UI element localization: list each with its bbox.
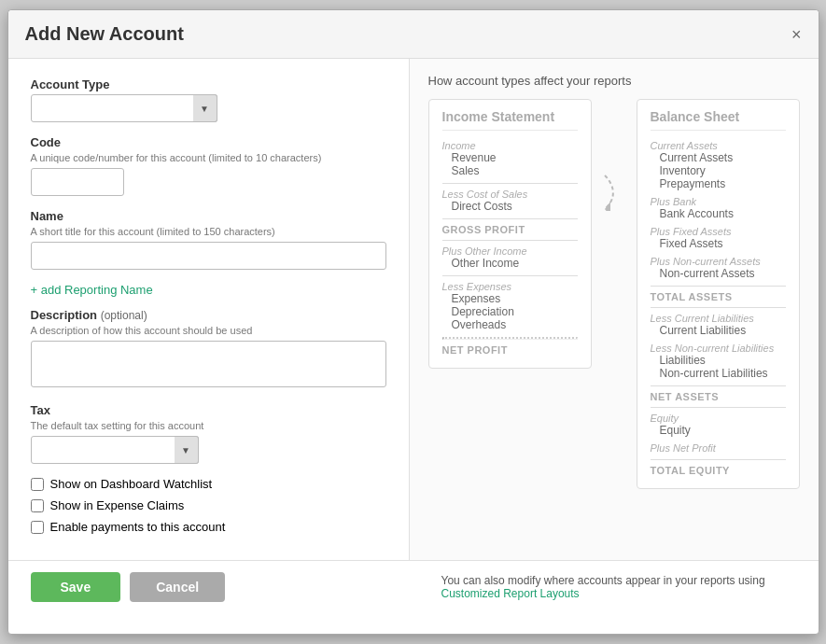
fixed-assets-item: Fixed Assets [651, 237, 786, 250]
account-type-select[interactable] [31, 94, 217, 122]
fixed-assets-label: Plus Fixed Assets [651, 226, 786, 237]
arrow-connector [603, 174, 625, 211]
description-input[interactable] [31, 341, 386, 387]
checkbox-expense: Show in Expense Claims [31, 498, 386, 512]
close-button[interactable]: × [791, 26, 802, 43]
checkbox-payments-label: Enable payments to this account [50, 520, 226, 534]
balance-sheet-title: Balance Sheet [651, 109, 786, 131]
checkbox-payments: Enable payments to this account [31, 520, 386, 534]
code-label: Code [31, 135, 386, 149]
checkbox-dashboard: Show on Dashboard Watchlist [31, 477, 386, 491]
bank-accounts-item: Bank Accounts [651, 207, 786, 220]
arrow-icon [603, 174, 625, 211]
footer-text: You can also modify where accounts appea… [432, 574, 796, 600]
bank-section: Plus Bank Bank Accounts [651, 196, 786, 220]
non-current-liabilities-item: Non-current Liabilities [651, 367, 786, 380]
code-input[interactable] [31, 168, 124, 196]
right-panel: How account types affect your reports In… [410, 59, 819, 560]
prepayments-item: Prepayments [651, 177, 786, 190]
income-label: Income [442, 140, 578, 151]
overheads-item: Overheads [442, 318, 578, 331]
account-type-group: Account Type ▼ [31, 77, 386, 122]
tax-select[interactable] [31, 436, 199, 464]
code-hint: A unique code/number for this account (l… [31, 152, 386, 163]
customized-report-layouts-link[interactable]: Customized Report Layouts [441, 587, 580, 600]
expenses-item: Expenses [442, 292, 578, 305]
net-profit-total: NET PROFIT [442, 344, 578, 356]
current-assets-label: Current Assets [651, 140, 786, 151]
equity-item: Equity [651, 424, 786, 437]
add-reporting-link[interactable]: + add Reporting Name [31, 283, 153, 297]
non-current-assets-section: Plus Non-current Assets Non-current Asse… [651, 256, 786, 280]
description-label: Description (optional) [31, 308, 386, 322]
less-expenses-section: Less Expenses Expenses Depreciation Over… [442, 281, 578, 331]
account-type-select-wrap[interactable]: ▼ [31, 94, 217, 122]
modal-title: Add New Account [25, 23, 184, 45]
checkbox-expense-label: Show in Expense Claims [50, 498, 185, 512]
left-panel: Account Type ▼ Code A unique code/number… [8, 59, 410, 560]
inventory-item: Inventory [651, 164, 786, 177]
name-input[interactable] [31, 242, 386, 270]
name-group: Name A short title for this account (lim… [31, 209, 386, 270]
net-profit-section: Plus Net Profit [651, 442, 786, 454]
other-income-section: Plus Other Income Other Income [442, 245, 578, 270]
bank-label: Plus Bank [651, 196, 786, 207]
footer-buttons: Save Cancel [31, 572, 432, 602]
current-liabilities-label: Less Current Liabilities [651, 313, 786, 324]
other-income-label: Plus Other Income [442, 245, 578, 257]
description-group: Description (optional) A description of … [31, 308, 386, 390]
checkbox-expense-input[interactable] [31, 499, 44, 512]
current-liabilities-item: Current Liabilities [651, 324, 786, 337]
non-current-assets-item: Non-current Assets [651, 267, 786, 280]
code-group: Code A unique code/number for this accou… [31, 135, 386, 196]
income-statement-column: Income Statement Income Revenue Sales Le… [428, 99, 592, 369]
less-expenses-label: Less Expenses [442, 281, 578, 292]
name-hint: A short title for this account (limited … [31, 226, 386, 237]
net-assets-total: NET ASSETS [651, 391, 786, 402]
current-liabilities-section: Less Current Liabilities Current Liabili… [651, 313, 786, 337]
direct-costs: Direct Costs [442, 200, 578, 213]
total-assets: TOTAL ASSETS [651, 291, 786, 302]
fixed-assets-section: Plus Fixed Assets Fixed Assets [651, 226, 786, 250]
report-info-title: How account types affect your reports [428, 74, 800, 88]
tax-label: Tax [31, 403, 386, 417]
svg-marker-0 [605, 202, 610, 211]
name-label: Name [31, 209, 386, 223]
non-current-liabilities-section: Less Non-current Liabilities Liabilities… [651, 343, 786, 380]
income-statement-title: Income Statement [442, 109, 578, 131]
total-equity-total: TOTAL EQUITY [651, 465, 786, 476]
current-assets-section: Current Assets Current Assets Inventory … [651, 140, 786, 190]
account-type-label: Account Type [31, 77, 386, 91]
cancel-button[interactable]: Cancel [130, 572, 225, 602]
tax-group: Tax The default tax setting for this acc… [31, 403, 386, 464]
checkbox-dashboard-label: Show on Dashboard Watchlist [50, 477, 213, 491]
gross-profit-total: GROSS PROFIT [442, 224, 578, 235]
report-columns: Income Statement Income Revenue Sales Le… [428, 99, 800, 489]
tax-select-wrap[interactable]: ▼ [31, 436, 199, 464]
depreciation-item: Depreciation [442, 305, 578, 318]
income-section: Income Revenue Sales [442, 140, 578, 177]
balance-sheet-column: Balance Sheet Current Assets Current Ass… [637, 99, 800, 489]
other-income-item: Other Income [442, 257, 578, 270]
checkbox-dashboard-input[interactable] [31, 478, 44, 491]
less-cost-label: Less Cost of Sales [442, 189, 578, 200]
less-cost-section: Less Cost of Sales Direct Costs [442, 189, 578, 213]
non-current-liabilities-label: Less Non-current Liabilities [651, 343, 786, 354]
plus-net-profit-label: Plus Net Profit [651, 442, 786, 454]
equity-label: Equity [651, 413, 786, 424]
checkbox-payments-input[interactable] [31, 521, 44, 534]
add-new-account-modal: Add New Account × Account Type ▼ Code A … [7, 9, 819, 635]
equity-section: Equity Equity [651, 413, 786, 437]
non-current-assets-label: Plus Non-current Assets [651, 256, 786, 267]
current-assets-item: Current Assets [651, 151, 786, 164]
modal-header: Add New Account × [8, 10, 819, 59]
income-revenue: Revenue [442, 151, 578, 164]
description-hint: A description of how this account should… [31, 325, 386, 336]
modal-body: Account Type ▼ Code A unique code/number… [8, 59, 819, 560]
income-sales: Sales [442, 164, 578, 177]
liabilities-item: Liabilities [651, 354, 786, 367]
tax-hint: The default tax setting for this account [31, 420, 386, 431]
save-button[interactable]: Save [31, 572, 121, 602]
modal-footer: Save Cancel You can also modify where ac… [8, 560, 819, 613]
